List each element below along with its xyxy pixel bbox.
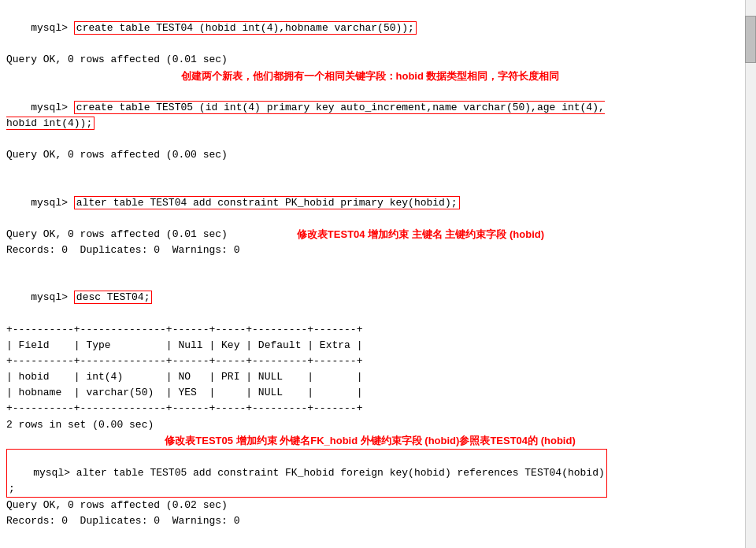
table-sep-3: +----------+--------------+------+-----+… <box>6 401 734 417</box>
result-line-5b: Records: 0 Duplicates: 0 Warnings: 0 <box>6 513 734 529</box>
result-line-1: Query OK, 0 rows affected (0.01 sec) <box>6 52 734 68</box>
table-row-1: | hobid | int(4) | NO | PRI | NULL | | <box>6 369 734 385</box>
prompt-1: mysql> <box>31 22 74 34</box>
table-sep-1: +----------+--------------+------+-----+… <box>6 322 734 338</box>
scrollbar-thumb[interactable] <box>745 16 756 63</box>
cmd-line-3: mysql> alter table TEST04 add constraint… <box>6 179 734 226</box>
cmd-box-2: create table TEST05 (id int(4) primary k… <box>6 101 605 130</box>
cmd-box-5: mysql> alter table TEST05 add constraint… <box>6 449 607 498</box>
result-line-3b: Records: 0 Duplicates: 0 Warnings: 0 <box>6 243 734 258</box>
cmd-line-6: mysql> desc TEST05; <box>6 546 734 549</box>
blank-1 <box>6 163 734 179</box>
terminal: mysql> create table TEST04 (hobid int(4)… <box>0 0 740 548</box>
annotation-1: 创建两个新表，他们都拥有一个相同关键字段：hobid 数据类型相同，字符长度相同 <box>6 69 734 83</box>
blank-2 <box>6 258 734 274</box>
prompt-3: mysql> <box>31 197 74 209</box>
table-header-1: | Field | Type | Null | Key | Default | … <box>6 338 734 354</box>
result-line-2: Query OK, 0 rows affected (0.00 sec) <box>6 147 734 163</box>
blank-3 <box>6 529 734 545</box>
prompt-4: mysql> <box>31 291 74 303</box>
cmd-line-2: mysql> create table TEST05 (id int(4) pr… <box>6 84 734 148</box>
prompt-5: mysql> <box>33 467 76 479</box>
result-line-3: Query OK, 0 rows affected (0.01 sec) <box>6 227 289 243</box>
cmd-line-1: mysql> create table TEST04 (hobid int(4)… <box>6 5 734 52</box>
cmd-line-4: mysql> desc TEST04; <box>6 274 734 321</box>
table-sep-2: +----------+--------------+------+-----+… <box>6 354 734 369</box>
annotation-2: 修改表TEST04 增加约束 主键名 主键约束字段 (hobid) <box>297 227 544 243</box>
annotation-3: 修改表TEST05 增加约束 外键名FK_hobid 外键约束字段 (hobid… <box>6 434 734 448</box>
table-row-2: | hobname | varchar(50) | YES | | NULL |… <box>6 385 734 401</box>
scrollbar[interactable] <box>745 0 756 548</box>
prompt-2: mysql> <box>31 102 74 113</box>
cmd-box-3: alter table TEST04 add constraint PK_hob… <box>74 196 460 209</box>
result-annotation-row: Query OK, 0 rows affected (0.01 sec) 修改表… <box>6 227 734 243</box>
cmd-box-1: create table TEST04 (hobid int(4),hobnam… <box>74 21 417 35</box>
result-line-5: Query OK, 0 rows affected (0.02 sec) <box>6 498 734 513</box>
cmd-box-4: desc TEST04; <box>74 291 153 304</box>
result-line-4: 2 rows in set (0.00 sec) <box>6 417 734 433</box>
